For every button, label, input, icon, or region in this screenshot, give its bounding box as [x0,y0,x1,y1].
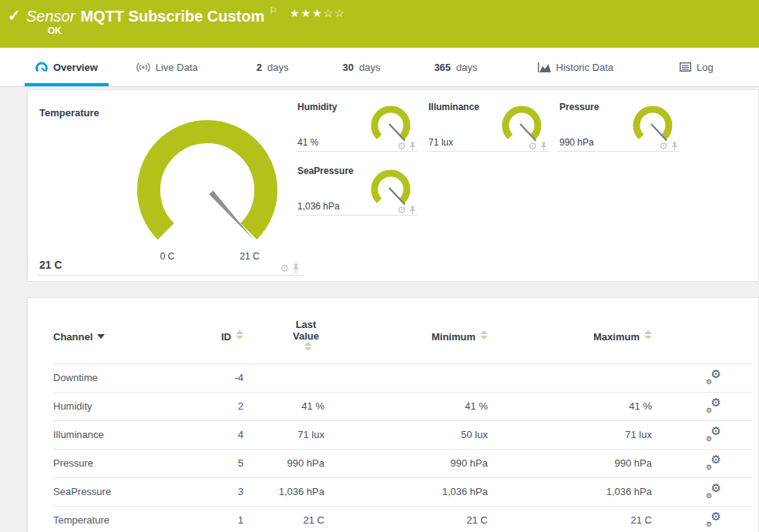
tab-bar: Overview Live Data 2 days 30 days 365 da… [0,48,759,87]
channel-name: Humidity [53,392,207,420]
area-chart-icon [538,62,551,72]
channel-minimum: 1,036 hPa [324,477,488,506]
mini-gauge-panel: Humidity 41 % ⚙ [296,98,418,152]
table-row: Temperature 1 21 C 21 C 21 C ⚙⚙ [53,506,752,532]
channel-last-value: 71 lux [243,420,324,449]
channel-id: 3 [207,477,243,506]
gauge-icon [35,62,48,73]
table-row: Pressure 5 990 hPa 990 hPa 990 hPa ⚙⚙ [53,449,752,477]
mini-gauge-panel: Illuminance 71 lux ⚙ [427,98,549,152]
pin-icon[interactable] [292,263,300,273]
flag-icon[interactable]: ⚐ [269,5,277,16]
channel-id: 5 [207,449,243,477]
channel-maximum: 41 % [488,392,652,420]
tab-365-days[interactable]: 365 days [423,48,488,86]
gauge-title: Temperature [39,107,99,119]
gauge-current-value: 990 hPa [559,137,594,148]
column-header-last-value[interactable]: Last Value [243,298,324,363]
mini-gauge-panel: Pressure 990 hPa ⚙ [558,98,680,152]
channels-card: Channel ID Last Value Minimum Maximum [27,297,759,532]
tab-log[interactable]: Log [669,48,724,86]
gauge-settings-gear-icon[interactable]: ⚙ [528,141,537,151]
status-ok-check-icon: ✓ [8,6,21,25]
pin-icon[interactable] [409,206,416,215]
tab-historic-data[interactable]: Historic Data [527,48,624,86]
channel-last-value [243,363,324,392]
sort-icon [480,330,488,340]
gauge-settings-gear-icon[interactable]: ⚙ [659,141,668,151]
column-header-settings [652,298,752,363]
channel-minimum: 41 % [324,392,488,420]
gauge-settings-gear-icon[interactable]: ⚙ [397,141,406,151]
tab-live-data[interactable]: Live Data [126,48,209,86]
gauge-title: SeaPressure [297,166,354,176]
channel-id: 2 [207,392,243,420]
channel-name: Temperature [53,506,207,532]
channel-maximum: 1,036 hPa [488,477,652,506]
status-badge: OK [48,25,62,36]
pin-icon[interactable] [409,142,416,151]
gauge-title: Pressure [559,102,599,112]
table-row: Downtime -4 ⚙⚙ [53,363,752,392]
pin-icon[interactable] [671,142,678,151]
temperature-gauge [134,119,280,254]
table-row: Illuminance 4 71 lux 50 lux 71 lux ⚙⚙ [53,420,752,449]
gauge-max-label: 21 C [233,251,267,262]
gauge-panel-temperature: Temperature 0 C 21 C 21 C ⚙ [38,98,304,276]
pin-icon[interactable] [540,142,547,151]
channel-minimum [324,363,488,392]
gauge-current-value: 41 % [297,137,318,148]
log-icon [680,62,691,72]
channel-minimum: 50 lux [324,420,488,449]
gauge-settings-gear-icon[interactable]: ⚙ [280,263,289,273]
channel-name: SeaPressure [53,477,207,506]
table-header-row: Channel ID Last Value Minimum Maximum [53,298,752,363]
channel-last-value: 41 % [243,392,324,420]
content-area: Temperature 0 C 21 C 21 C ⚙ Humidity 41 … [0,87,759,532]
mini-gauge-panel: SeaPressure 1,036 hPa ⚙ [296,162,418,216]
channel-last-value: 21 C [243,506,324,532]
tab-30-days[interactable]: 30 days [331,48,391,86]
sort-icon [236,330,243,340]
channel-minimum: 990 hPa [324,449,488,477]
tab-2-days[interactable]: 2 days [246,48,300,86]
column-header-id[interactable]: ID [207,298,243,363]
gauge-current-value: 71 lux [428,137,453,148]
channel-minimum: 21 C [324,506,488,532]
gauge-title: Illuminance [428,102,479,112]
channel-settings-gears-icon[interactable]: ⚙⚙ [706,512,721,526]
channel-id: -4 [207,363,243,392]
sort-icon [304,342,312,351]
channel-settings-gears-icon[interactable]: ⚙⚙ [706,427,721,440]
sensor-type-label: Sensor [26,8,75,25]
gauge-title: Humidity [297,102,337,112]
channels-table: Channel ID Last Value Minimum Maximum [53,298,752,532]
sort-desc-icon [97,334,105,339]
column-header-minimum[interactable]: Minimum [324,298,488,363]
table-row: SeaPressure 3 1,036 hPa 1,036 hPa 1,036 … [53,477,752,506]
channel-settings-gears-icon[interactable]: ⚙⚙ [706,483,721,497]
mini-gauges-grid: Humidity 41 % ⚙ Illuminance 71 lux ⚙ Pre… [296,98,680,216]
gauge-min-label: 0 C [150,251,184,262]
column-header-channel[interactable]: Channel [53,298,207,363]
channel-last-value: 990 hPa [243,449,324,477]
channel-maximum: 21 C [488,506,652,532]
channel-name: Illuminance [53,420,207,449]
channel-last-value: 1,036 hPa [243,477,324,506]
priority-stars[interactable]: ★★★☆☆ [290,7,346,19]
column-header-maximum[interactable]: Maximum [488,298,652,363]
channel-id: 1 [207,506,243,532]
page-title: MQTT Subscribe Custom [80,8,264,25]
channel-settings-gears-icon[interactable]: ⚙⚙ [706,455,721,469]
gauges-card: Temperature 0 C 21 C 21 C ⚙ Humidity 41 … [27,89,759,282]
tab-overview[interactable]: Overview [25,48,109,86]
channel-maximum [488,363,652,392]
channel-maximum: 990 hPa [488,449,652,477]
channel-id: 4 [207,420,243,449]
channel-settings-gears-icon[interactable]: ⚙⚙ [706,398,721,412]
sort-icon [644,330,652,340]
gauge-settings-gear-icon[interactable]: ⚙ [397,205,406,215]
channel-settings-gears-icon[interactable]: ⚙⚙ [706,370,721,383]
broadcast-icon [136,62,150,72]
gauge-current-value: 21 C [39,259,62,271]
